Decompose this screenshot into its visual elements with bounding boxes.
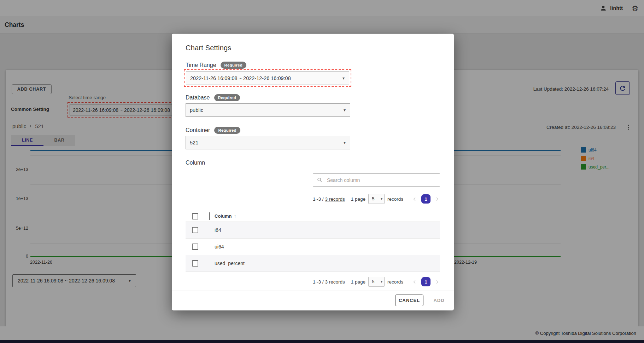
time-range-value: 2022-11-26 16:09:08 ~ 2022-12-26 16:09:0… [190,72,291,85]
records-count-link[interactable]: 3 records [325,279,345,285]
row-label: ui64 [215,244,224,250]
current-page-badge[interactable]: 1 [421,194,431,204]
cancel-button[interactable]: CANCEL [395,295,423,306]
pagination-summary: 1~3 / [313,196,323,202]
header-divider [209,212,210,220]
modal-title: Chart Settings [186,44,232,52]
table-row: ui64 [186,239,440,255]
required-badge: Required [214,94,240,101]
page-size-select[interactable]: 5 ▾ [368,277,385,287]
column-table: Column ↑ i64 ui64 used_percent [186,211,440,272]
row-checkbox[interactable] [192,260,198,267]
chart-settings-modal: Chart Settings Time Range Required 2022-… [172,34,454,310]
row-label: i64 [215,227,221,233]
pagination-top: 1~3 / 3 records 1 page 5 ▾ records 1 [186,194,440,204]
row-checkbox[interactable] [192,244,198,250]
page-size-value: 5 [372,194,375,204]
required-badge: Required [214,127,240,134]
current-page-badge[interactable]: 1 [421,277,431,286]
time-range-label: Time Range [186,62,216,68]
records-count-link[interactable]: 3 records [325,196,345,202]
page-size-value: 5 [372,277,375,286]
next-page-chevron-icon[interactable] [434,279,440,285]
table-header-row: Column ↑ [186,211,440,222]
dropdown-caret-icon: ▾ [344,108,346,113]
page-count-label: 1 page [351,196,365,202]
database-label: Database [186,95,210,101]
pagination-summary: 1~3 / [313,279,323,285]
next-page-chevron-icon[interactable] [434,196,440,202]
container-value: 521 [190,136,198,149]
add-button[interactable]: ADD [428,295,450,306]
dropdown-caret-icon: ▾ [344,140,346,145]
database-select[interactable]: public ▾ [186,103,350,117]
sort-ascending-icon: ↑ [234,213,236,219]
container-label: Container [186,127,210,133]
time-range-select[interactable]: 2022-11-26 16:09:08 ~ 2022-12-26 16:09:0… [186,72,349,85]
pagination-bottom: 1~3 / 3 records 1 page 5 ▾ records 1 [186,276,440,287]
search-icon [317,177,323,183]
row-label: used_percent [215,261,245,266]
dropdown-caret-icon: ▾ [381,194,382,204]
dropdown-caret-icon: ▾ [343,76,345,81]
time-range-required-highlight: 2022-11-26 16:09:08 ~ 2022-12-26 16:09:0… [184,69,351,87]
column-search-box [313,173,440,187]
row-checkbox[interactable] [192,227,198,233]
search-column-input[interactable] [326,177,436,183]
previous-page-chevron-icon[interactable] [412,196,418,202]
select-all-checkbox[interactable] [192,213,198,219]
container-select[interactable]: 521 ▾ [186,136,350,149]
column-header-sort[interactable]: Column ↑ [215,213,236,219]
dropdown-caret-icon: ▾ [381,277,382,286]
table-row: i64 [186,222,440,239]
table-row: used_percent [186,255,440,272]
database-value: public [190,104,203,116]
required-badge: Required [221,62,246,69]
page-count-label: 1 page [351,279,365,285]
records-suffix-label: records [387,279,403,285]
column-header-label: Column [215,213,232,219]
actions-divider [172,291,454,291]
previous-page-chevron-icon[interactable] [412,279,418,285]
records-suffix-label: records [387,196,403,202]
page-size-select[interactable]: 5 ▾ [368,194,385,204]
column-section-label: Column [186,160,205,166]
